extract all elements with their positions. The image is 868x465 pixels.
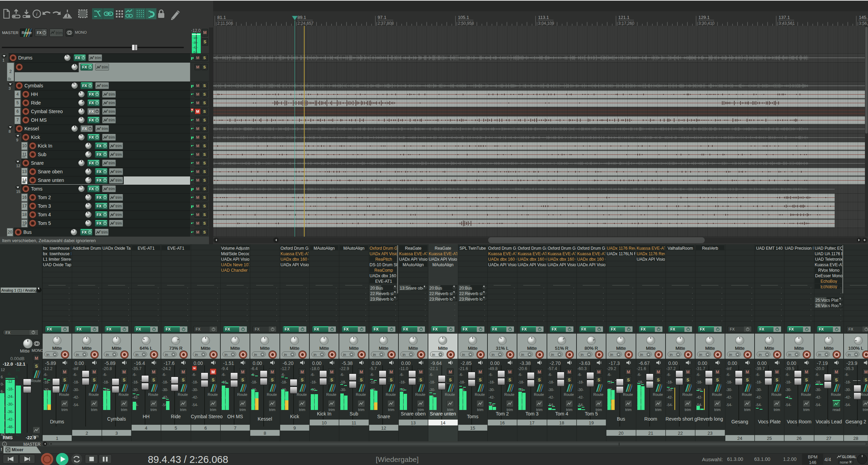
svg-text:i: i: [36, 11, 37, 17]
svg-text:i: i: [4, 443, 5, 446]
